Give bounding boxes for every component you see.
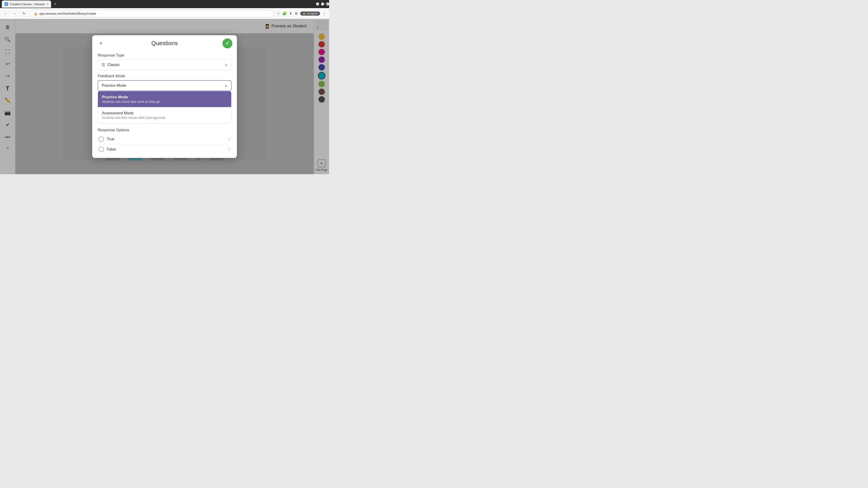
false-option-row: False ⠿ <box>98 144 231 154</box>
extension-icon[interactable]: 🧩 <box>282 11 287 15</box>
modal-check-icon: ✓ <box>225 40 229 46</box>
address-bar-row: ← → ↻ 🔒 app.seesaw.me/#/activities/libra… <box>0 8 329 19</box>
feedback-mode-chevron: ∧ <box>225 84 227 88</box>
browser-action-icons: ☆ 🧩 ⬇ 🖥 🕵 Incognito ⋮ <box>277 11 327 16</box>
tab-favicon: S <box>4 2 8 6</box>
editor-area: 🗑 🔍 ⛶ ↩ ↪ T ✏️ 📷 ✔ ••• " 🧑‍🎓 Preview as … <box>0 19 329 174</box>
feedback-mode-value: Practice Mode <box>102 84 126 88</box>
tab-bar: S Creative Canvas - Seesaw × + — □ × <box>0 0 329 8</box>
modal-body[interactable]: Response Type ☰ Classic ∨ Feedback Mode … <box>92 51 237 158</box>
false-drag-handle[interactable]: ⠿ <box>228 147 230 152</box>
response-type-value: Classic <box>107 63 120 67</box>
cast-icon[interactable]: 🖥 <box>294 11 298 15</box>
modal-confirm-button[interactable]: ✓ <box>222 38 232 48</box>
new-tab-button[interactable]: + <box>52 1 58 7</box>
practice-mode-desc: Students can check their work as they go… <box>102 100 227 103</box>
address-bar[interactable]: 🔒 app.seesaw.me/#/activities/library/cre… <box>30 10 274 17</box>
practice-mode-title: Practice Mode <box>102 95 227 99</box>
incognito-badge: 🕵 Incognito <box>300 11 320 15</box>
window-controls: — □ × <box>316 2 329 6</box>
true-drag-handle[interactable]: ⠿ <box>228 137 230 141</box>
bookmark-icon[interactable]: ☆ <box>277 11 280 15</box>
true-option-row: True ⠿ <box>98 134 231 144</box>
feedback-mode-label: Feedback Mode <box>98 74 231 78</box>
modal-close-button[interactable]: × <box>97 39 105 47</box>
response-type-dropdown[interactable]: ☰ Classic ∨ <box>98 59 231 70</box>
feedback-mode-dropdown[interactable]: Practice Mode ∧ <box>98 80 231 91</box>
practice-mode-option[interactable]: Practice Mode Students can check their w… <box>98 91 231 107</box>
modal-header: × Questions ✓ <box>92 35 237 51</box>
tab-close-button[interactable]: × <box>46 2 49 6</box>
assessment-mode-option[interactable]: Assessment Mode Students see their resul… <box>98 107 231 123</box>
modal-title: Questions <box>151 40 178 47</box>
feedback-mode-options: Practice Mode Students can check their w… <box>98 91 231 123</box>
back-button[interactable]: ← <box>3 10 9 17</box>
minimize-button[interactable]: — <box>316 2 319 6</box>
response-type-chevron: ∨ <box>225 63 228 67</box>
browser-menu-button[interactable]: ⋮ <box>322 11 327 16</box>
list-icon: ☰ <box>101 62 105 67</box>
tab-title: Creative Canvas - Seesaw <box>10 2 45 6</box>
questions-modal: × Questions ✓ Response Type ☰ Classic ∨ … <box>92 35 237 158</box>
modal-overlay: × Questions ✓ Response Type ☰ Classic ∨ … <box>0 19 329 174</box>
false-radio[interactable] <box>98 147 104 152</box>
active-tab[interactable]: S Creative Canvas - Seesaw × <box>2 0 51 8</box>
close-window-button[interactable]: × <box>326 2 329 6</box>
download-icon[interactable]: ⬇ <box>289 11 292 15</box>
forward-button[interactable]: → <box>12 10 18 17</box>
response-options-label: Response Options <box>98 128 231 132</box>
assessment-mode-desc: Students see their results after post ap… <box>102 116 227 120</box>
false-option-text: False <box>107 147 225 152</box>
address-text: app.seesaw.me/#/activities/library/creat… <box>39 12 96 15</box>
true-option-text: True <box>107 137 225 141</box>
assessment-mode-title: Assessment Mode <box>102 111 227 116</box>
maximize-button[interactable]: □ <box>321 2 324 6</box>
response-type-label: Response Type <box>98 53 231 58</box>
reload-button[interactable]: ↻ <box>21 10 27 17</box>
true-radio[interactable] <box>98 136 104 142</box>
